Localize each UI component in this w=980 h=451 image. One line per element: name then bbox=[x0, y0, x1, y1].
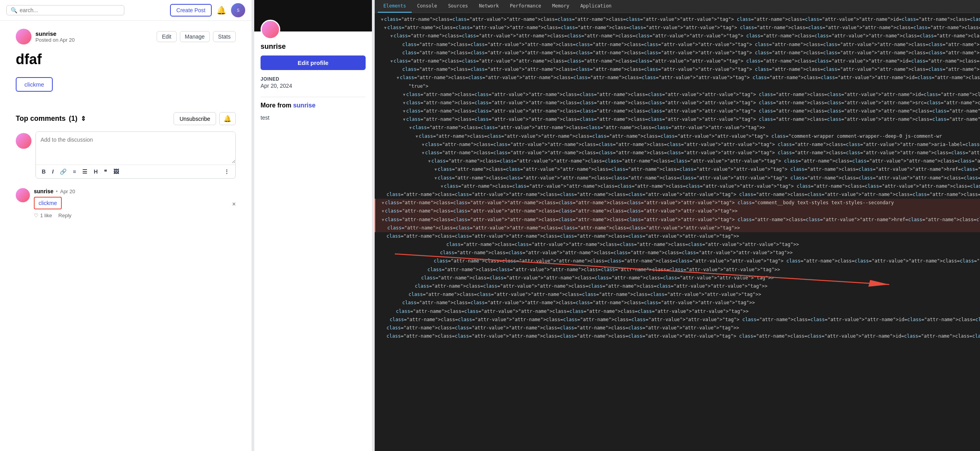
bold-button[interactable]: B bbox=[40, 167, 48, 176]
html-line[interactable]: class="attr-name">class=class="attr-valu… bbox=[375, 324, 980, 332]
expand-triangle[interactable] bbox=[403, 117, 405, 122]
html-line[interactable]: class="attr-name">class=class="attr-valu… bbox=[375, 224, 980, 232]
html-line[interactable]: class="attr-name">class=class="attr-valu… bbox=[375, 24, 980, 32]
html-line[interactable]: class="attr-name">class=class="attr-valu… bbox=[375, 282, 980, 290]
html-line[interactable]: class="attr-name">class=class="attr-valu… bbox=[375, 290, 980, 299]
expand-triangle[interactable] bbox=[390, 59, 393, 63]
html-line[interactable]: class="attr-name">class=class="attr-valu… bbox=[375, 182, 980, 190]
html-line[interactable]: class="attr-name">class=class="attr-valu… bbox=[375, 199, 980, 207]
heart-icon: ♡ bbox=[34, 213, 39, 218]
html-line[interactable]: class="attr-name">class=class="attr-valu… bbox=[375, 216, 980, 224]
comment-link[interactable]: clickme bbox=[39, 200, 57, 206]
html-line[interactable]: class="attr-name">class=class="attr-valu… bbox=[375, 165, 980, 174]
comments-settings-button[interactable]: 🔔 bbox=[219, 112, 236, 125]
expand-triangle[interactable] bbox=[416, 134, 418, 139]
ordered-list-button[interactable]: ≡ bbox=[71, 167, 78, 176]
expand-triangle[interactable] bbox=[441, 184, 443, 189]
html-line[interactable]: class="attr-name">class=class="attr-valu… bbox=[375, 332, 980, 340]
html-line[interactable]: class="attr-name">class=class="attr-valu… bbox=[375, 190, 980, 199]
expand-triangle[interactable] bbox=[422, 142, 424, 147]
devtools-content[interactable]: class="attr-name">class=class="attr-valu… bbox=[375, 13, 980, 451]
expand-triangle[interactable] bbox=[435, 176, 437, 180]
expand-triangle[interactable] bbox=[382, 201, 384, 205]
clickme-link[interactable]: clickme bbox=[16, 77, 53, 92]
html-line[interactable]: class="attr-name">class=class="attr-valu… bbox=[375, 65, 980, 74]
expand-triangle[interactable] bbox=[390, 34, 393, 38]
user-avatar[interactable]: S bbox=[231, 3, 245, 17]
comment-toolbar: B I 🔗 ≡ ☰ H ❝ 🖼 ⋮ bbox=[36, 165, 235, 178]
notification-bell-icon[interactable]: 🔔 bbox=[216, 6, 226, 15]
html-line[interactable]: class="attr-name">class=class="attr-valu… bbox=[375, 257, 980, 265]
html-line[interactable]: class="attr-name">class=class="attr-valu… bbox=[375, 299, 980, 307]
devtools-tab-memory[interactable]: Memory bbox=[547, 0, 575, 13]
html-line[interactable]: class="attr-name">class=class="attr-valu… bbox=[375, 115, 980, 124]
expand-triangle[interactable] bbox=[382, 218, 384, 222]
quote-button[interactable]: ❝ bbox=[102, 167, 109, 176]
html-line[interactable]: class="attr-name">class=class="attr-valu… bbox=[375, 107, 980, 115]
sort-icon[interactable]: ⇕ bbox=[81, 115, 86, 122]
expand-triangle[interactable] bbox=[428, 159, 431, 163]
comment-like[interactable]: ♡ 1 like bbox=[34, 213, 52, 218]
edit-profile-button[interactable]: Edit profile bbox=[261, 55, 366, 70]
create-post-button[interactable]: Create Post bbox=[170, 4, 212, 17]
html-line[interactable]: class="attr-name">class=class="attr-valu… bbox=[375, 207, 980, 215]
more-from-author-link[interactable]: sunrise bbox=[293, 102, 316, 109]
devtools-tab-elements[interactable]: Elements bbox=[378, 0, 412, 13]
stats-button[interactable]: Stats bbox=[213, 31, 236, 42]
heading-button[interactable]: H bbox=[92, 167, 100, 176]
expand-triangle[interactable] bbox=[403, 92, 405, 97]
expand-triangle[interactable] bbox=[382, 209, 384, 213]
html-line[interactable]: class="attr-name">class=class="attr-valu… bbox=[375, 124, 980, 132]
comments-section: Top comments (1) ⇕ Unsubscribe 🔔 B I bbox=[16, 112, 236, 218]
manage-button[interactable]: Manage bbox=[180, 31, 210, 42]
devtools-tab-console[interactable]: Console bbox=[412, 0, 443, 13]
html-line[interactable]: class="attr-name">class=class="attr-valu… bbox=[375, 316, 980, 324]
reply-button[interactable]: Reply bbox=[58, 213, 71, 218]
expand-triangle[interactable] bbox=[384, 26, 386, 30]
expand-triangle[interactable] bbox=[381, 17, 383, 22]
expand-triangle[interactable] bbox=[422, 151, 424, 155]
html-line[interactable]: class="attr-name">class=class="attr-valu… bbox=[375, 274, 980, 282]
comment-box[interactable]: B I 🔗 ≡ ☰ H ❝ 🖼 ⋮ bbox=[35, 131, 236, 179]
html-line[interactable]: class="attr-name">class=class="attr-valu… bbox=[375, 57, 980, 65]
comment-textarea[interactable] bbox=[36, 132, 235, 163]
devtools-tab-application[interactable]: Application bbox=[575, 0, 617, 13]
search-input[interactable] bbox=[20, 7, 120, 13]
html-line[interactable]: class="attr-name">class=class="attr-valu… bbox=[375, 32, 980, 40]
collapse-comment-button[interactable]: × bbox=[232, 190, 236, 218]
html-line[interactable]: class="attr-name">class=class="attr-valu… bbox=[375, 307, 980, 316]
html-line[interactable]: class="attr-name">class=class="attr-valu… bbox=[375, 91, 980, 99]
devtools-tab-sources[interactable]: Sources bbox=[442, 0, 473, 13]
more-toolbar-button[interactable]: ⋮ bbox=[222, 167, 231, 176]
search-bar[interactable]: 🔍 bbox=[6, 5, 124, 15]
html-line[interactable]: class="attr-name">class=class="attr-valu… bbox=[375, 232, 980, 240]
html-line[interactable]: class="attr-name">class=class="attr-valu… bbox=[375, 174, 980, 182]
html-line[interactable]: class="attr-name">class=class="attr-valu… bbox=[375, 266, 980, 274]
devtools-tab-performance[interactable]: Performance bbox=[505, 0, 547, 13]
image-button[interactable]: 🖼 bbox=[111, 167, 121, 176]
italic-button[interactable]: I bbox=[50, 167, 55, 176]
link-button[interactable]: 🔗 bbox=[58, 167, 68, 176]
html-line[interactable]: class="attr-name">class=class="attr-valu… bbox=[375, 41, 980, 49]
html-line[interactable]: class="attr-name">class=class="attr-valu… bbox=[375, 149, 980, 157]
html-line[interactable]: class="attr-name">class=class="attr-valu… bbox=[375, 15, 980, 24]
html-line[interactable]: class="attr-name">class=class="attr-valu… bbox=[375, 132, 980, 140]
devtools-tab-network[interactable]: Network bbox=[473, 0, 505, 13]
expand-triangle[interactable] bbox=[397, 76, 399, 80]
html-line[interactable]: class="attr-name">class=class="attr-valu… bbox=[375, 157, 980, 165]
expand-triangle[interactable] bbox=[409, 126, 412, 130]
edit-button[interactable]: Edit bbox=[157, 31, 176, 42]
unordered-list-button[interactable]: ☰ bbox=[80, 167, 89, 176]
html-line[interactable]: class="attr-name">class=class="attr-valu… bbox=[375, 49, 980, 57]
html-line[interactable]: class="attr-name">class=class="attr-valu… bbox=[375, 240, 980, 249]
expand-triangle[interactable] bbox=[435, 167, 437, 172]
html-line[interactable]: class="attr-name">class=class="attr-valu… bbox=[375, 74, 980, 82]
expand-triangle[interactable] bbox=[403, 101, 405, 105]
html-line[interactable]: class="attr-name">class=class="attr-valu… bbox=[375, 249, 980, 257]
comment-date: Apr 20 bbox=[60, 189, 75, 194]
expand-triangle[interactable] bbox=[403, 109, 405, 113]
html-line[interactable]: "true"> bbox=[375, 82, 980, 91]
html-line[interactable]: class="attr-name">class=class="attr-valu… bbox=[375, 99, 980, 107]
unsubscribe-button[interactable]: Unsubscribe bbox=[174, 112, 216, 125]
html-line[interactable]: class="attr-name">class=class="attr-valu… bbox=[375, 140, 980, 149]
